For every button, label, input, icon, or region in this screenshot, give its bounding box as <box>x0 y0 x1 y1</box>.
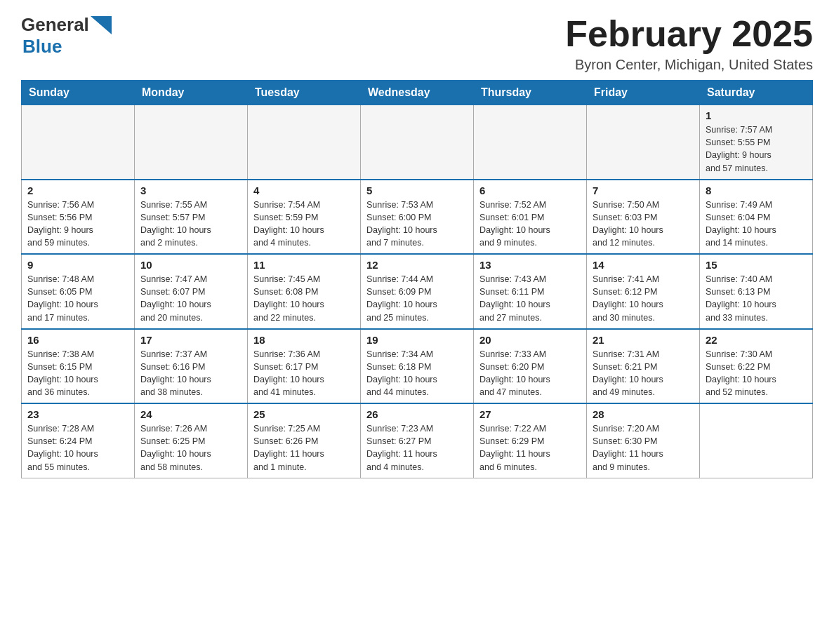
col-header-monday: Monday <box>135 81 248 105</box>
calendar-day-cell: 8Sunrise: 7:49 AM Sunset: 6:04 PM Daylig… <box>700 180 813 255</box>
col-header-wednesday: Wednesday <box>361 81 474 105</box>
day-number: 16 <box>27 334 128 346</box>
day-number: 3 <box>140 185 241 196</box>
calendar-day-cell: 3Sunrise: 7:55 AM Sunset: 5:57 PM Daylig… <box>135 180 248 255</box>
day-number: 25 <box>253 408 355 420</box>
day-number: 4 <box>253 185 355 196</box>
day-info-text: Sunrise: 7:54 AM Sunset: 5:59 PM Dayligh… <box>253 199 355 250</box>
day-number: 14 <box>593 259 694 271</box>
day-number: 19 <box>366 334 468 346</box>
calendar-table: SundayMondayTuesdayWednesdayThursdayFrid… <box>21 80 813 478</box>
day-number: 8 <box>706 185 807 196</box>
calendar-week-row: 1Sunrise: 7:57 AM Sunset: 5:55 PM Daylig… <box>22 105 813 180</box>
day-info-text: Sunrise: 7:20 AM Sunset: 6:30 PM Dayligh… <box>593 422 694 474</box>
day-info-text: Sunrise: 7:56 AM Sunset: 5:56 PM Dayligh… <box>27 199 128 250</box>
col-header-saturday: Saturday <box>700 81 813 105</box>
calendar-day-cell: 26Sunrise: 7:23 AM Sunset: 6:27 PM Dayli… <box>361 403 474 478</box>
day-info-text: Sunrise: 7:43 AM Sunset: 6:11 PM Dayligh… <box>479 273 581 324</box>
calendar-day-cell: 17Sunrise: 7:37 AM Sunset: 6:16 PM Dayli… <box>135 329 248 404</box>
logo-blue-text: Blue <box>22 36 62 58</box>
calendar-day-cell: 14Sunrise: 7:41 AM Sunset: 6:12 PM Dayli… <box>587 254 700 329</box>
col-header-sunday: Sunday <box>22 81 135 105</box>
logo-general-text: General <box>21 14 89 36</box>
day-info-text: Sunrise: 7:47 AM Sunset: 6:07 PM Dayligh… <box>140 273 241 324</box>
calendar-day-cell: 27Sunrise: 7:22 AM Sunset: 6:29 PM Dayli… <box>474 403 587 478</box>
logo: General Blue <box>21 14 112 58</box>
calendar-day-cell: 21Sunrise: 7:31 AM Sunset: 6:21 PM Dayli… <box>587 329 700 404</box>
calendar-day-cell: 24Sunrise: 7:26 AM Sunset: 6:25 PM Dayli… <box>135 403 248 478</box>
calendar-day-cell <box>135 105 248 180</box>
calendar-day-cell <box>700 403 813 478</box>
calendar-week-row: 16Sunrise: 7:38 AM Sunset: 6:15 PM Dayli… <box>22 329 813 404</box>
title-area: February 2025 Byron Center, Michigan, Un… <box>565 14 813 73</box>
day-number: 21 <box>593 334 694 346</box>
calendar-day-cell: 28Sunrise: 7:20 AM Sunset: 6:30 PM Dayli… <box>587 403 700 478</box>
day-info-text: Sunrise: 7:26 AM Sunset: 6:25 PM Dayligh… <box>140 422 241 474</box>
day-number: 17 <box>140 334 241 346</box>
day-info-text: Sunrise: 7:44 AM Sunset: 6:09 PM Dayligh… <box>366 273 468 324</box>
calendar-day-cell: 5Sunrise: 7:53 AM Sunset: 6:00 PM Daylig… <box>361 180 474 255</box>
day-number: 6 <box>479 185 581 196</box>
svg-marker-0 <box>91 16 112 34</box>
calendar-day-cell <box>22 105 135 180</box>
calendar-day-cell <box>587 105 700 180</box>
calendar-day-cell: 7Sunrise: 7:50 AM Sunset: 6:03 PM Daylig… <box>587 180 700 255</box>
day-number: 28 <box>593 408 694 420</box>
calendar-day-cell <box>474 105 587 180</box>
calendar-day-cell: 4Sunrise: 7:54 AM Sunset: 5:59 PM Daylig… <box>248 180 361 255</box>
day-info-text: Sunrise: 7:48 AM Sunset: 6:05 PM Dayligh… <box>27 273 128 324</box>
day-info-text: Sunrise: 7:52 AM Sunset: 6:01 PM Dayligh… <box>479 199 581 250</box>
calendar-day-cell: 16Sunrise: 7:38 AM Sunset: 6:15 PM Dayli… <box>22 329 135 404</box>
day-info-text: Sunrise: 7:38 AM Sunset: 6:15 PM Dayligh… <box>27 348 128 399</box>
day-number: 23 <box>27 408 128 420</box>
logo-triangle-icon <box>91 16 112 34</box>
day-info-text: Sunrise: 7:25 AM Sunset: 6:26 PM Dayligh… <box>253 422 355 474</box>
page-header: General Blue February 2025 Byron Center,… <box>21 14 813 73</box>
location-text: Byron Center, Michigan, United States <box>565 57 813 73</box>
day-number: 11 <box>253 259 355 271</box>
day-info-text: Sunrise: 7:55 AM Sunset: 5:57 PM Dayligh… <box>140 199 241 250</box>
day-info-text: Sunrise: 7:45 AM Sunset: 6:08 PM Dayligh… <box>253 273 355 324</box>
calendar-day-cell <box>361 105 474 180</box>
day-number: 10 <box>140 259 241 271</box>
day-info-text: Sunrise: 7:49 AM Sunset: 6:04 PM Dayligh… <box>706 199 807 250</box>
day-info-text: Sunrise: 7:31 AM Sunset: 6:21 PM Dayligh… <box>593 348 694 399</box>
calendar-day-cell: 2Sunrise: 7:56 AM Sunset: 5:56 PM Daylig… <box>22 180 135 255</box>
day-number: 7 <box>593 185 694 196</box>
day-info-text: Sunrise: 7:30 AM Sunset: 6:22 PM Dayligh… <box>706 348 807 399</box>
calendar-week-row: 2Sunrise: 7:56 AM Sunset: 5:56 PM Daylig… <box>22 180 813 255</box>
day-info-text: Sunrise: 7:34 AM Sunset: 6:18 PM Dayligh… <box>366 348 468 399</box>
calendar-day-cell: 9Sunrise: 7:48 AM Sunset: 6:05 PM Daylig… <box>22 254 135 329</box>
calendar-day-cell: 23Sunrise: 7:28 AM Sunset: 6:24 PM Dayli… <box>22 403 135 478</box>
day-info-text: Sunrise: 7:22 AM Sunset: 6:29 PM Dayligh… <box>479 422 581 474</box>
day-number: 15 <box>706 259 807 271</box>
day-number: 5 <box>366 185 468 196</box>
day-number: 2 <box>27 185 128 196</box>
calendar-day-cell: 13Sunrise: 7:43 AM Sunset: 6:11 PM Dayli… <box>474 254 587 329</box>
day-info-text: Sunrise: 7:57 AM Sunset: 5:55 PM Dayligh… <box>706 123 807 175</box>
calendar-day-cell: 15Sunrise: 7:40 AM Sunset: 6:13 PM Dayli… <box>700 254 813 329</box>
day-number: 18 <box>253 334 355 346</box>
day-number: 12 <box>366 259 468 271</box>
day-number: 27 <box>479 408 581 420</box>
day-info-text: Sunrise: 7:33 AM Sunset: 6:20 PM Dayligh… <box>479 348 581 399</box>
day-number: 13 <box>479 259 581 271</box>
calendar-day-cell: 6Sunrise: 7:52 AM Sunset: 6:01 PM Daylig… <box>474 180 587 255</box>
day-info-text: Sunrise: 7:41 AM Sunset: 6:12 PM Dayligh… <box>593 273 694 324</box>
day-number: 1 <box>706 109 807 121</box>
col-header-tuesday: Tuesday <box>248 81 361 105</box>
month-title: February 2025 <box>565 14 813 54</box>
calendar-week-row: 9Sunrise: 7:48 AM Sunset: 6:05 PM Daylig… <box>22 254 813 329</box>
calendar-day-cell: 1Sunrise: 7:57 AM Sunset: 5:55 PM Daylig… <box>700 105 813 180</box>
day-info-text: Sunrise: 7:23 AM Sunset: 6:27 PM Dayligh… <box>366 422 468 474</box>
calendar-day-cell <box>248 105 361 180</box>
day-info-text: Sunrise: 7:40 AM Sunset: 6:13 PM Dayligh… <box>706 273 807 324</box>
col-header-thursday: Thursday <box>474 81 587 105</box>
col-header-friday: Friday <box>587 81 700 105</box>
calendar-day-cell: 20Sunrise: 7:33 AM Sunset: 6:20 PM Dayli… <box>474 329 587 404</box>
calendar-day-cell: 25Sunrise: 7:25 AM Sunset: 6:26 PM Dayli… <box>248 403 361 478</box>
day-info-text: Sunrise: 7:28 AM Sunset: 6:24 PM Dayligh… <box>27 422 128 474</box>
day-info-text: Sunrise: 7:50 AM Sunset: 6:03 PM Dayligh… <box>593 199 694 250</box>
calendar-day-cell: 12Sunrise: 7:44 AM Sunset: 6:09 PM Dayli… <box>361 254 474 329</box>
day-number: 22 <box>706 334 807 346</box>
